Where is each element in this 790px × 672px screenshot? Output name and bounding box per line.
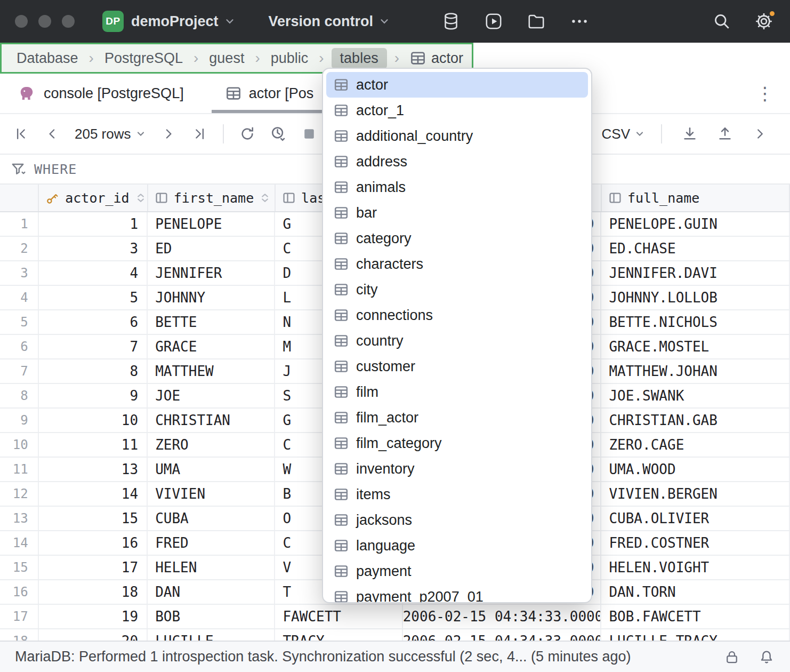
cell-full-name[interactable]: VIVIEN.BERGEN	[601, 482, 790, 506]
row-number-cell[interactable]: 18	[0, 629, 39, 641]
cell-actor-id[interactable]: 17	[39, 556, 148, 579]
breadcrumb-item-public[interactable]: public	[268, 49, 312, 68]
cell-last-update[interactable]: 2006-02-15 04:34:33.000000	[403, 605, 602, 628]
row-number-cell[interactable]: 5	[0, 310, 39, 334]
popup-item[interactable]: customer	[326, 354, 588, 379]
row-number-cell[interactable]: 1	[0, 212, 39, 236]
import-upload-button[interactable]	[713, 122, 737, 146]
cell-first-name[interactable]: GRACE	[148, 335, 275, 358]
cell-first-name[interactable]: CUBA	[148, 507, 275, 530]
popup-item[interactable]: film_actor	[326, 405, 588, 430]
popup-item[interactable]: actor_1	[326, 98, 588, 123]
cell-last-update[interactable]: 2006-02-15 04:34:33.000000	[403, 629, 602, 641]
row-number-cell[interactable]: 9	[0, 409, 39, 432]
page-size-dropdown[interactable]: 205 rows	[71, 126, 149, 142]
column-header-actor-id[interactable]: actor_id	[39, 185, 148, 211]
row-number-cell[interactable]: 14	[0, 531, 39, 555]
cell-first-name[interactable]: LUCILLE	[148, 629, 275, 641]
row-number-cell[interactable]: 13	[0, 507, 39, 530]
cell-last-name[interactable]: FAWCETT	[275, 605, 402, 628]
cell-actor-id[interactable]: 19	[39, 605, 148, 628]
cell-full-name[interactable]: UMA.WOOD	[601, 458, 790, 481]
cell-full-name[interactable]: MATTHEW.JOHAN	[601, 359, 790, 383]
breadcrumb-item-actor[interactable]: actor	[407, 49, 466, 68]
zoom-window-button[interactable]	[62, 15, 75, 28]
tab-console-postgresql[interactable]: console [PostgreSQL]	[3, 74, 198, 113]
column-header-first-name[interactable]: first_name	[148, 185, 276, 211]
row-number-cell[interactable]: 8	[0, 384, 39, 407]
more-actions-icon[interactable]	[569, 11, 590, 31]
row-number-cell[interactable]: 17	[0, 605, 39, 628]
cell-actor-id[interactable]: 10	[39, 409, 148, 432]
cell-first-name[interactable]: JOHNNY	[148, 286, 275, 309]
cell-first-name[interactable]: JOE	[148, 384, 275, 407]
row-number-cell[interactable]: 6	[0, 335, 39, 358]
cell-first-name[interactable]: PENELOPE	[148, 212, 275, 236]
cell-first-name[interactable]: BETTE	[148, 310, 275, 334]
cell-first-name[interactable]: UMA	[148, 458, 275, 481]
popup-item[interactable]: connections	[326, 302, 588, 328]
settings-button[interactable]	[754, 11, 774, 31]
cell-first-name[interactable]: ED	[148, 237, 275, 260]
cell-actor-id[interactable]: 14	[39, 482, 148, 506]
row-number-cell[interactable]: 7	[0, 359, 39, 383]
row-number-cell[interactable]: 11	[0, 458, 39, 481]
cell-actor-id[interactable]: 11	[39, 433, 148, 457]
row-number-cell[interactable]: 10	[0, 433, 39, 457]
popup-item[interactable]: jacksons	[326, 507, 588, 533]
export-download-button[interactable]	[678, 122, 702, 146]
popup-item[interactable]: film	[326, 379, 588, 405]
popup-item[interactable]: actor	[326, 72, 588, 98]
run-services-icon[interactable]	[484, 12, 503, 31]
previous-page-button[interactable]	[41, 122, 64, 146]
cell-first-name[interactable]: CHRISTIAN	[148, 409, 275, 432]
more-toolbar-chevron-icon[interactable]	[748, 122, 772, 146]
notifications-bell-icon[interactable]	[758, 649, 775, 666]
popup-item[interactable]: items	[326, 482, 588, 507]
cell-full-name[interactable]: JOHNNY.LOLLOB	[601, 286, 790, 309]
cell-actor-id[interactable]: 6	[39, 310, 148, 334]
row-number-cell[interactable]: 2	[0, 237, 39, 260]
cell-first-name[interactable]: JENNIFER	[148, 261, 275, 285]
cell-full-name[interactable]: JOE.SWANK	[601, 384, 790, 407]
cell-first-name[interactable]: HELEN	[148, 556, 275, 579]
last-page-button[interactable]	[188, 122, 211, 146]
cell-full-name[interactable]: GRACE.MOSTEL	[601, 335, 790, 358]
cell-first-name[interactable]: DAN	[148, 580, 275, 604]
minimize-window-button[interactable]	[38, 15, 51, 28]
cell-first-name[interactable]: BOB	[148, 605, 275, 628]
refresh-button[interactable]	[236, 122, 259, 146]
cell-full-name[interactable]: LUCILLE.TRACY	[601, 629, 790, 641]
column-header-full-name[interactable]: full_name	[602, 185, 790, 211]
cell-actor-id[interactable]: 7	[39, 335, 148, 358]
cell-first-name[interactable]: FRED	[148, 531, 275, 555]
row-number-cell[interactable]: 16	[0, 580, 39, 604]
popup-item[interactable]: payment_p2007_01	[326, 584, 588, 603]
database-tool-icon[interactable]	[441, 12, 461, 31]
popup-item[interactable]: category	[326, 226, 588, 251]
next-page-button[interactable]	[157, 122, 180, 146]
popup-item[interactable]: film_category	[326, 430, 588, 456]
cell-actor-id[interactable]: 8	[39, 359, 148, 383]
cell-actor-id[interactable]: 16	[39, 531, 148, 555]
export-format-dropdown[interactable]: CSV	[602, 126, 645, 142]
cell-actor-id[interactable]: 9	[39, 384, 148, 407]
popup-item[interactable]: animals	[326, 174, 588, 200]
breadcrumb-item-tables[interactable]: tables	[332, 48, 387, 69]
auto-refresh-clock-button[interactable]	[267, 122, 290, 146]
cell-full-name[interactable]: FRED.COSTNER	[601, 531, 790, 555]
breadcrumb-item-database[interactable]: Database	[13, 49, 82, 68]
cell-full-name[interactable]: CUBA.OLIVIER	[601, 507, 790, 530]
project-selector[interactable]: demoProject	[131, 13, 236, 30]
stop-button[interactable]	[297, 122, 321, 146]
cell-full-name[interactable]: ED.CHASE	[601, 237, 790, 260]
lock-icon[interactable]	[724, 649, 740, 665]
search-everywhere-icon[interactable]	[712, 12, 731, 31]
cell-actor-id[interactable]: 18	[39, 580, 148, 604]
popup-item[interactable]: additional_country	[326, 123, 588, 149]
project-folder-icon[interactable]	[527, 12, 546, 31]
cell-full-name[interactable]: BETTE.NICHOLS	[601, 310, 790, 334]
breadcrumb-item-guest[interactable]: guest	[206, 49, 247, 68]
row-number-cell[interactable]: 3	[0, 261, 39, 285]
cell-full-name[interactable]: BOB.FAWCETT	[601, 605, 790, 628]
